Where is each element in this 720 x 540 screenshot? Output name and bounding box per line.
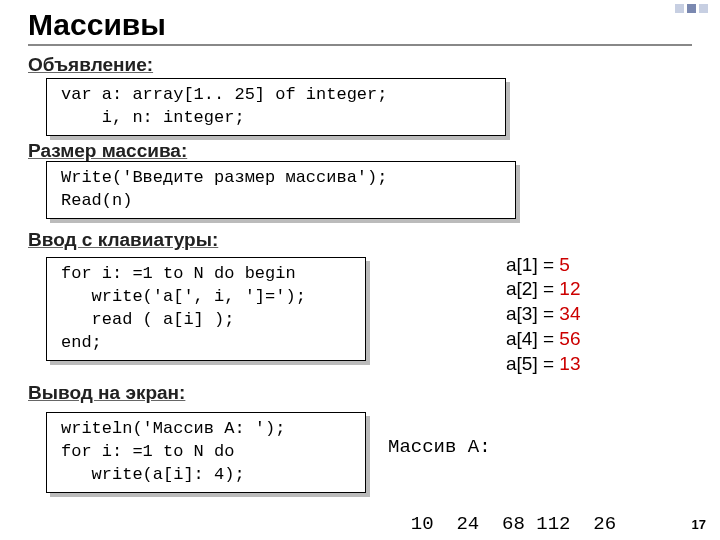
- sample-key: a[3] =: [506, 303, 554, 324]
- code-content: Write('Введите размер массива'); Read(n): [46, 161, 516, 219]
- sample-key: a[2] =: [506, 278, 554, 299]
- output-line: 10 24 68 112 26: [388, 512, 616, 538]
- section-label: Ввод с клавиатуры:: [28, 229, 692, 251]
- section-label: Объявление:: [28, 54, 692, 76]
- section-label: Размер массива:: [28, 140, 692, 162]
- code-block: var a: array[1.. 25] of integer; i, n: i…: [46, 78, 506, 136]
- section-size: Размер массива: Write('Введите размер ма…: [28, 140, 692, 219]
- sample-row: a[3] = 34: [506, 302, 581, 327]
- output-line: Массив A:: [388, 435, 616, 461]
- output-sample: Массив A: 10 24 68 112 26: [388, 384, 616, 540]
- section-declaration: Объявление: var a: array[1.. 25] of inte…: [28, 54, 692, 136]
- square-icon: [687, 4, 696, 13]
- code-content: for i: =1 to N do begin write('a[', i, '…: [46, 257, 366, 361]
- sample-key: a[5] =: [506, 353, 554, 374]
- sample-row: a[5] = 13: [506, 352, 581, 377]
- sample-val: 34: [554, 303, 580, 324]
- section-input: Ввод с клавиатуры: for i: =1 to N do beg…: [28, 229, 692, 376]
- code-content: var a: array[1.. 25] of integer; i, n: i…: [46, 78, 506, 136]
- sample-val: 5: [554, 254, 570, 275]
- code-block: Write('Введите размер массива'); Read(n): [46, 161, 516, 219]
- corner-decoration: [675, 4, 708, 13]
- code-block: writeln('Массив A: '); for i: =1 to N do…: [46, 412, 366, 493]
- sample-key: a[4] =: [506, 328, 554, 349]
- sample-val: 56: [554, 328, 580, 349]
- sample-val: 12: [554, 278, 580, 299]
- sample-values: a[1] = 5 a[2] = 12 a[3] = 34 a[4] = 56 a…: [506, 253, 581, 376]
- square-icon: [699, 4, 708, 13]
- section-output: Вывод на экран: writeln('Массив A: '); f…: [28, 382, 692, 493]
- page-title: Массивы: [28, 8, 692, 46]
- sample-key: a[1] =: [506, 254, 554, 275]
- code-block: for i: =1 to N do begin write('a[', i, '…: [46, 257, 366, 361]
- page-number: 17: [692, 517, 706, 532]
- code-content: writeln('Массив A: '); for i: =1 to N do…: [46, 412, 366, 493]
- square-icon: [675, 4, 684, 13]
- sample-row: a[2] = 12: [506, 277, 581, 302]
- slide-content: Массивы Объявление: var a: array[1.. 25]…: [0, 0, 720, 493]
- sample-val: 13: [554, 353, 580, 374]
- sample-row: a[1] = 5: [506, 253, 581, 278]
- sample-row: a[4] = 56: [506, 327, 581, 352]
